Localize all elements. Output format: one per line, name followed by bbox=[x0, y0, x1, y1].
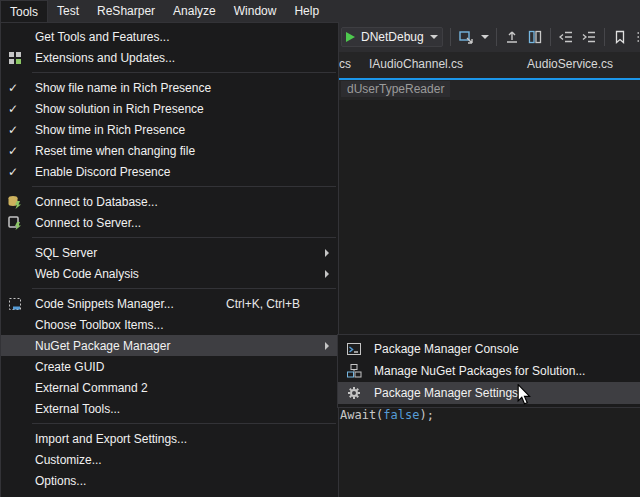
menu-item-shortcut: Ctrl+K, Ctrl+B bbox=[226, 297, 328, 311]
menu-separator bbox=[32, 423, 336, 424]
menu-item-label: Connect to Database... bbox=[35, 195, 158, 209]
indent-icon[interactable] bbox=[581, 29, 597, 45]
menubar-item-resharper[interactable]: ReSharper bbox=[88, 0, 164, 22]
menu-item-code-snippets-manager[interactable]: Code Snippets Manager... Ctrl+K, Ctrl+B bbox=[1, 293, 338, 314]
menu-item-choose-toolbox-items[interactable]: Choose Toolbox Items... bbox=[1, 314, 338, 335]
menu-item-show-solution-rich-presence[interactable]: ✓ Show solution in Rich Presence bbox=[1, 98, 338, 119]
start-debug-icon bbox=[346, 32, 355, 42]
menu-item-label: Connect to Server... bbox=[35, 216, 141, 230]
menubar-item-help[interactable]: Help bbox=[285, 0, 328, 22]
menu-item-label: External Tools... bbox=[35, 402, 120, 416]
columns-icon[interactable] bbox=[527, 29, 543, 45]
menu-item-label: Choose Toolbox Items... bbox=[35, 318, 164, 332]
menu-item-customize[interactable]: Customize... bbox=[1, 449, 338, 470]
menu-item-label: Get Tools and Features... bbox=[35, 30, 170, 44]
snippets-icon bbox=[7, 296, 23, 312]
bookmark-icon[interactable] bbox=[612, 29, 628, 45]
toolbar-separator bbox=[604, 28, 605, 46]
database-icon bbox=[7, 194, 23, 210]
menu-item-label: Customize... bbox=[35, 453, 102, 467]
submenu-item-package-manager-settings[interactable]: Package Manager Settings bbox=[338, 382, 640, 404]
outdent-icon[interactable] bbox=[558, 29, 574, 45]
debug-target-dropdown[interactable]: DNetDebug bbox=[341, 27, 443, 47]
menu-item-label: Options... bbox=[35, 474, 86, 488]
menu-item-label: Show time in Rich Presence bbox=[35, 123, 185, 137]
gear-icon bbox=[346, 385, 362, 401]
menu-item-nuget-package-manager[interactable]: NuGet Package Manager bbox=[1, 335, 338, 356]
submenu-arrow-icon bbox=[325, 249, 329, 257]
checkmark-icon: ✓ bbox=[8, 103, 18, 115]
menubar-item-test[interactable]: Test bbox=[48, 0, 88, 22]
chevron-down-icon[interactable] bbox=[481, 35, 489, 39]
menu-item-reset-time-changing-file[interactable]: ✓ Reset time when changing file bbox=[1, 140, 338, 161]
menubar-item-window[interactable]: Window bbox=[225, 0, 286, 22]
menu-item-label: Show solution in Rich Presence bbox=[35, 102, 204, 116]
menu-item-show-time-rich-presence[interactable]: ✓ Show time in Rich Presence bbox=[1, 119, 338, 140]
menu-item-get-tools-and-features[interactable]: Get Tools and Features... bbox=[1, 26, 338, 47]
checkmark-icon: ✓ bbox=[8, 166, 18, 178]
checkmark-icon: ✓ bbox=[8, 124, 18, 136]
menu-item-extensions-and-updates[interactable]: Extensions and Updates... bbox=[1, 47, 338, 68]
menu-separator bbox=[32, 288, 336, 289]
submenu-arrow-icon bbox=[325, 342, 329, 350]
menu-separator bbox=[32, 186, 336, 187]
nuget-submenu: Package Manager Console Manage NuGet Pac… bbox=[337, 334, 640, 408]
tools-menu: Get Tools and Features... Extensions and… bbox=[0, 22, 339, 497]
console-icon bbox=[346, 341, 362, 357]
server-icon bbox=[7, 215, 23, 231]
menu-item-label: External Command 2 bbox=[35, 381, 148, 395]
submenu-item-manage-nuget-packages[interactable]: Manage NuGet Packages for Solution... bbox=[338, 360, 640, 382]
menubar-item-analyze[interactable]: Analyze bbox=[164, 0, 225, 22]
breadcrumb[interactable]: dUserTypeReader bbox=[341, 81, 450, 97]
load-symbols-icon[interactable] bbox=[504, 29, 520, 45]
menu-item-label: NuGet Package Manager bbox=[35, 339, 170, 353]
menu-item-label: Code Snippets Manager... bbox=[35, 297, 174, 311]
attach-process-icon[interactable] bbox=[458, 29, 474, 45]
menu-item-label: SQL Server bbox=[35, 246, 97, 260]
toolbar-separator bbox=[496, 28, 497, 46]
menu-item-label: Reset time when changing file bbox=[35, 144, 195, 158]
menu-separator bbox=[32, 237, 336, 238]
menu-item-label: Web Code Analysis bbox=[35, 267, 139, 281]
task-list-icon[interactable] bbox=[635, 29, 640, 45]
menu-item-show-file-name-rich-presence[interactable]: ✓ Show file name in Rich Presence bbox=[1, 77, 338, 98]
tab-iaudiochannel[interactable]: IAudioChannel.cs bbox=[360, 52, 472, 76]
menu-item-label: Import and Export Settings... bbox=[35, 432, 187, 446]
submenu-item-label: Package Manager Console bbox=[374, 342, 519, 356]
menu-item-enable-discord-presence[interactable]: ✓ Enable Discord Presence bbox=[1, 161, 338, 182]
menu-item-label: Show file name in Rich Presence bbox=[35, 81, 211, 95]
menu-separator bbox=[32, 72, 336, 73]
submenu-item-label: Package Manager Settings bbox=[374, 386, 518, 400]
menu-item-import-export-settings[interactable]: Import and Export Settings... bbox=[1, 428, 338, 449]
checkmark-icon: ✓ bbox=[8, 82, 18, 94]
code-line: Await(false); bbox=[340, 408, 434, 422]
submenu-item-package-manager-console[interactable]: Package Manager Console bbox=[338, 338, 640, 360]
extensions-icon bbox=[7, 50, 23, 66]
checkmark-icon: ✓ bbox=[8, 145, 18, 157]
menu-item-connect-to-server[interactable]: Connect to Server... bbox=[1, 212, 338, 233]
menu-item-create-guid[interactable]: Create GUID bbox=[1, 356, 338, 377]
menu-bar: Tools Test ReSharper Analyze Window Help bbox=[0, 0, 640, 22]
menu-item-label: Extensions and Updates... bbox=[35, 51, 175, 65]
tab-audioservice[interactable]: AudioService.cs bbox=[518, 52, 622, 76]
toolbar-separator bbox=[550, 28, 551, 46]
menu-item-external-command-2[interactable]: External Command 2 bbox=[1, 377, 338, 398]
menu-item-connect-to-database[interactable]: Connect to Database... bbox=[1, 191, 338, 212]
menu-item-sql-server[interactable]: SQL Server bbox=[1, 242, 338, 263]
toolbar-separator bbox=[450, 28, 451, 46]
debug-target-label: DNetDebug bbox=[361, 30, 424, 44]
submenu-arrow-icon bbox=[325, 270, 329, 278]
menu-item-label: Enable Discord Presence bbox=[35, 165, 170, 179]
menubar-item-tools[interactable]: Tools bbox=[0, 0, 48, 22]
menu-item-external-tools[interactable]: External Tools... bbox=[1, 398, 338, 419]
menu-item-web-code-analysis[interactable]: Web Code Analysis bbox=[1, 263, 338, 284]
submenu-item-label: Manage NuGet Packages for Solution... bbox=[374, 364, 585, 378]
chevron-down-icon bbox=[430, 35, 438, 39]
packages-icon bbox=[346, 363, 362, 379]
menu-item-label: Create GUID bbox=[35, 360, 104, 374]
menu-item-options[interactable]: Options... bbox=[1, 470, 338, 491]
